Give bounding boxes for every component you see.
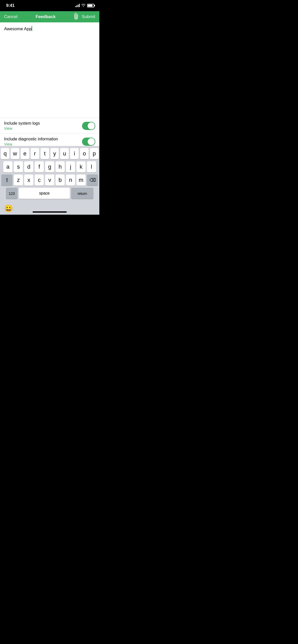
keyboard-row-3: ⇧ z x c v b n m ⌫ [1,174,99,186]
key-o[interactable]: o [80,148,89,159]
diagnostic-info-toggle[interactable] [82,138,95,146]
key-q[interactable]: q [1,148,9,159]
key-z[interactable]: z [14,174,23,186]
key-a[interactable]: a [3,161,12,172]
return-key[interactable]: return [71,188,93,199]
key-x[interactable]: x [24,174,33,186]
diagnostic-info-view-button[interactable]: View [4,142,58,146]
content-area: Awesome App Include system logs View Inc… [0,22,99,150]
key-e[interactable]: e [21,148,29,159]
shift-key[interactable]: ⇧ [1,174,12,186]
key-h[interactable]: h [56,161,65,172]
key-r[interactable]: r [31,148,39,159]
system-logs-label: Include system logs [4,121,40,126]
space-key[interactable]: space [19,188,70,199]
keyboard-bottom-bar: 😀 [0,202,99,215]
cancel-button[interactable]: Cancel [4,14,18,19]
feedback-input[interactable]: Awesome App [0,22,99,118]
nav-right-actions: Submit [74,13,95,21]
key-g[interactable]: g [45,161,54,172]
backspace-icon: ⌫ [89,177,96,183]
key-c[interactable]: c [35,174,44,186]
text-cursor [32,26,32,31]
feedback-text: Awesome App [4,26,95,32]
backspace-key[interactable]: ⌫ [87,174,98,186]
keyboard: q w e r t y u i o p a s d f g h j k l ⇧ [0,146,99,215]
nav-title: Feedback [36,14,56,19]
key-y[interactable]: y [50,148,59,159]
key-m[interactable]: m [76,174,86,186]
key-s[interactable]: s [14,161,23,172]
keyboard-rows: q w e r t y u i o p a s d f g h j k l ⇧ [0,146,99,202]
diagnostic-info-label: Include diagnostic information [4,137,58,141]
key-p[interactable]: p [90,148,99,159]
key-t[interactable]: t [40,148,49,159]
signal-bars-icon [75,4,80,7]
system-logs-row: Include system logs View [0,118,99,134]
key-f[interactable]: f [35,161,44,172]
nav-bar: Cancel Feedback Submit [0,11,99,22]
status-icons [75,4,94,8]
keyboard-row-2: a s d f g h j k l [1,161,99,172]
attach-icon[interactable] [72,12,82,22]
key-i[interactable]: i [70,148,79,159]
numbers-key[interactable]: 123 [6,188,18,199]
system-logs-toggle[interactable] [82,122,95,130]
emoji-button[interactable]: 😀 [4,204,13,213]
battery-icon [87,4,94,7]
key-b[interactable]: b [56,174,65,186]
toggles-section: Include system logs View Include diagnos… [0,118,99,150]
shift-icon: ⇧ [5,177,9,183]
key-u[interactable]: u [60,148,69,159]
key-w[interactable]: w [11,148,19,159]
key-n[interactable]: n [66,174,75,186]
key-k[interactable]: k [76,161,86,172]
submit-button[interactable]: Submit [82,14,95,19]
keyboard-row-1: q w e r t y u i o p [1,148,99,159]
status-time: 9:41 [6,3,15,8]
keyboard-row-4: 123 space return [1,188,99,199]
wifi-icon [81,4,86,8]
key-d[interactable]: d [24,161,33,172]
key-l[interactable]: l [87,161,96,172]
status-bar: 9:41 [0,0,99,11]
key-v[interactable]: v [45,174,54,186]
key-j[interactable]: j [66,161,75,172]
system-logs-view-button[interactable]: View [4,126,40,130]
home-indicator [33,211,67,213]
